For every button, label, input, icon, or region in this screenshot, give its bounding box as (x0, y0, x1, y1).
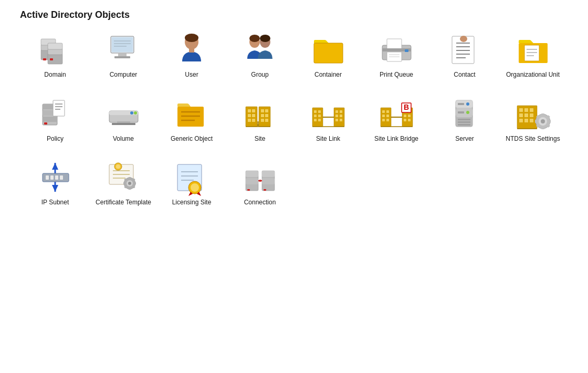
svg-rect-102 (386, 119, 389, 121)
svg-rect-84 (318, 115, 321, 117)
svg-rect-89 (335, 115, 338, 117)
svg-rect-186 (247, 189, 250, 191)
svg-rect-95 (381, 108, 391, 127)
svg-point-19 (249, 35, 260, 42)
svg-rect-184 (262, 171, 275, 177)
icon-site[interactable]: Site (226, 95, 294, 143)
svg-rect-5 (48, 43, 62, 49)
svg-rect-92 (340, 119, 342, 121)
svg-rect-75 (265, 119, 268, 122)
icon-container[interactable]: Container (294, 31, 362, 79)
svg-rect-85 (314, 119, 317, 121)
icon-computer[interactable]: Computer (89, 31, 158, 79)
icon-licensing-site[interactable]: Licensing Site (158, 159, 226, 207)
svg-rect-98 (386, 110, 389, 113)
svg-rect-126 (524, 108, 528, 112)
svg-point-16 (185, 34, 198, 42)
svg-rect-101 (382, 119, 385, 121)
svg-rect-129 (524, 113, 528, 117)
icon-policy[interactable]: Policy (21, 95, 89, 143)
svg-rect-164 (128, 177, 131, 179)
svg-rect-87 (335, 110, 338, 113)
icon-user[interactable]: User (158, 31, 226, 79)
icon-domain[interactable]: Domain (21, 31, 89, 79)
svg-rect-123 (458, 124, 470, 126)
icon-org-unit[interactable]: Organizational Unit (499, 31, 567, 79)
svg-rect-119 (458, 103, 464, 105)
svg-rect-80 (334, 108, 344, 127)
svg-rect-138 (541, 113, 544, 116)
icon-group[interactable]: Group (226, 31, 294, 79)
svg-rect-187 (264, 189, 266, 191)
icon-ntds-site-settings[interactable]: NTDS Site Settings (499, 95, 567, 143)
svg-rect-64 (248, 109, 251, 112)
svg-rect-139 (541, 127, 544, 129)
icon-connection[interactable]: Connection (226, 159, 294, 207)
svg-rect-121 (458, 119, 470, 120)
svg-rect-130 (530, 113, 533, 117)
svg-rect-72 (261, 114, 264, 117)
svg-rect-81 (314, 110, 317, 113)
icon-site-link[interactable]: Site Link (294, 95, 362, 143)
svg-marker-147 (52, 163, 58, 170)
svg-point-177 (191, 183, 199, 192)
svg-rect-6 (43, 58, 46, 60)
svg-rect-74 (261, 119, 264, 122)
svg-point-118 (466, 111, 469, 114)
svg-rect-46 (43, 117, 57, 122)
icon-ip-subnet[interactable]: IP Subnet (21, 159, 89, 207)
svg-point-137 (541, 119, 545, 123)
svg-rect-10 (118, 53, 127, 56)
svg-rect-67 (252, 114, 255, 117)
svg-point-159 (116, 164, 120, 169)
icon-generic-object[interactable]: Generic Object (158, 95, 226, 143)
svg-rect-55 (112, 123, 135, 125)
svg-rect-133 (530, 119, 533, 122)
svg-rect-122 (458, 121, 470, 123)
svg-point-56 (130, 111, 133, 115)
svg-rect-125 (519, 108, 523, 112)
svg-rect-30 (405, 49, 408, 52)
svg-rect-181 (246, 171, 258, 177)
svg-rect-65 (252, 109, 255, 112)
svg-rect-167 (134, 182, 136, 184)
svg-rect-153 (60, 175, 63, 180)
icon-contact[interactable]: Contact (430, 31, 499, 79)
svg-rect-140 (535, 120, 538, 123)
page-title: Active Directory Objects (0, 0, 588, 20)
svg-rect-70 (261, 109, 264, 112)
svg-rect-105 (404, 115, 406, 117)
svg-rect-128 (519, 113, 523, 117)
icon-certificate-template[interactable]: Certificate Template (89, 159, 158, 207)
svg-point-117 (466, 102, 469, 106)
svg-point-189 (259, 180, 261, 182)
icon-print-queue[interactable]: Print Queue (362, 31, 430, 79)
svg-point-37 (460, 36, 467, 42)
svg-rect-9 (112, 37, 133, 52)
icon-grid: Domain Computer (0, 20, 588, 223)
icon-server[interactable]: Server (430, 95, 499, 143)
svg-rect-83 (314, 115, 317, 117)
icon-site-link-bridge[interactable]: B Site Link Bridge (362, 95, 430, 143)
svg-rect-100 (386, 115, 389, 117)
svg-rect-7 (50, 58, 53, 60)
svg-rect-88 (340, 110, 342, 113)
svg-rect-151 (50, 175, 54, 180)
svg-point-163 (128, 182, 131, 185)
svg-rect-120 (458, 111, 464, 113)
svg-rect-97 (382, 110, 385, 113)
svg-rect-73 (265, 114, 268, 117)
svg-rect-90 (340, 115, 342, 117)
svg-rect-99 (382, 115, 385, 117)
icon-volume[interactable]: Volume (89, 95, 158, 143)
svg-rect-66 (248, 114, 251, 117)
svg-text:B: B (403, 103, 408, 111)
svg-rect-107 (404, 119, 406, 121)
svg-rect-150 (46, 175, 49, 180)
svg-rect-152 (55, 175, 58, 180)
svg-point-57 (134, 111, 137, 115)
svg-rect-141 (548, 120, 551, 123)
svg-rect-39 (524, 45, 539, 61)
svg-rect-165 (128, 188, 131, 190)
svg-rect-25 (387, 39, 402, 49)
